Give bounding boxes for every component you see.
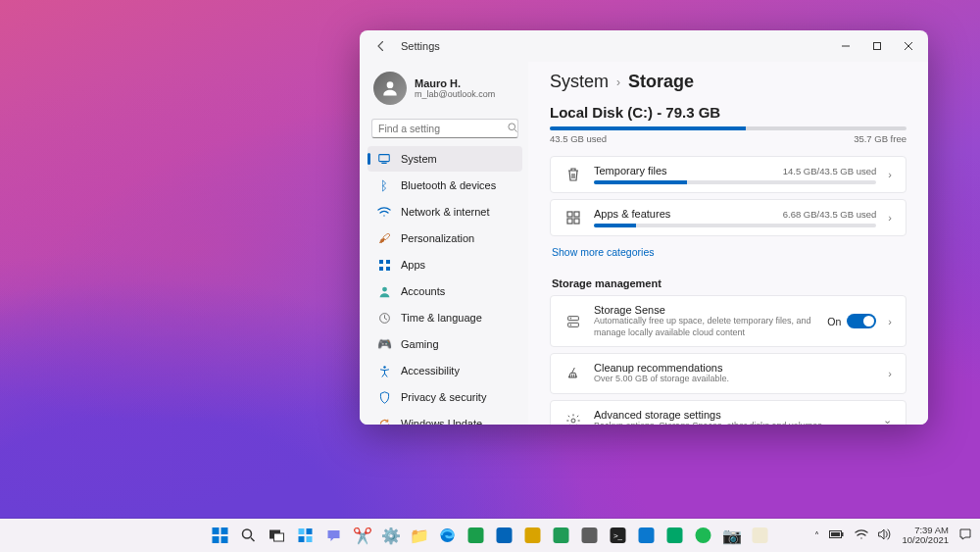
tray-chevron-icon[interactable]: ˄ <box>814 530 819 541</box>
clock[interactable]: 7:39 AM 10/20/2021 <box>902 526 949 546</box>
volume-icon[interactable] <box>878 528 892 542</box>
sidebar-item-gaming[interactable]: 🎮Gaming <box>368 331 522 357</box>
taskbar-center: ✂️ ⚙️ 📁 >_ 📷 <box>208 523 773 548</box>
sidebar-item-time-language[interactable]: Time & language <box>368 305 522 330</box>
svg-rect-8 <box>386 260 390 264</box>
spotify-icon[interactable] <box>691 523 716 548</box>
systray: ˄ 7:39 AM 10/20/2021 <box>814 526 972 546</box>
trash-icon <box>564 167 582 182</box>
disk-free-label: 35.7 GB free <box>854 133 906 144</box>
storage-sense-icon <box>564 314 582 329</box>
app-icon[interactable] <box>464 523 489 548</box>
svg-point-11 <box>382 286 387 291</box>
card-title: Apps & features <box>594 208 670 220</box>
svg-point-22 <box>571 419 575 423</box>
sidebar-item-apps[interactable]: Apps <box>368 252 522 277</box>
terminal-icon[interactable]: >_ <box>606 523 631 548</box>
nav-label: Accessibility <box>401 365 460 376</box>
svg-rect-7 <box>379 260 383 264</box>
clock-date: 10/20/2021 <box>902 535 949 545</box>
apps-icon <box>377 258 391 272</box>
explorer-icon[interactable]: 📁 <box>407 523 432 548</box>
svg-rect-10 <box>386 267 390 271</box>
chat-icon[interactable] <box>321 523 347 548</box>
storage-sense-toggle[interactable] <box>847 314 876 328</box>
app-icon[interactable] <box>520 523 546 548</box>
search-input[interactable] <box>378 123 507 134</box>
snip-icon[interactable]: ✂️ <box>350 523 375 548</box>
window-title: Settings <box>401 40 440 52</box>
nav-label: Gaming <box>401 338 439 350</box>
taskbar: ✂️ ⚙️ 📁 >_ 📷 ˄ 7:39 AM 10/20/2021 <box>0 519 980 552</box>
nav-label: Apps <box>401 259 425 271</box>
svg-rect-38 <box>831 532 840 536</box>
breadcrumb-parent[interactable]: System <box>550 72 609 92</box>
sidebar-item-windows-update[interactable]: Windows Update <box>368 411 522 425</box>
edge-icon[interactable] <box>435 523 461 548</box>
sidebar-item-privacy-security[interactable]: Privacy & security <box>368 384 522 410</box>
broom-icon <box>564 366 582 381</box>
maximize-button[interactable] <box>861 32 893 60</box>
taskview-icon[interactable] <box>265 523 290 548</box>
category-bar <box>594 180 876 184</box>
app-icon[interactable] <box>662 523 688 548</box>
svg-point-2 <box>387 81 394 88</box>
settings-taskbar-icon[interactable]: ⚙️ <box>378 523 404 548</box>
nav-label: Time & language <box>401 312 482 324</box>
sidebar-item-system[interactable]: System <box>368 146 522 172</box>
close-button[interactable] <box>893 32 924 60</box>
shield-icon <box>377 390 391 404</box>
app-icon[interactable] <box>577 523 603 548</box>
profile[interactable]: Mauro H. m_lab@outlook.com <box>368 68 522 115</box>
nav-label: Privacy & security <box>401 391 486 403</box>
person-icon <box>377 284 391 298</box>
svg-rect-34 <box>307 536 313 542</box>
chevron-right-icon: › <box>888 316 892 327</box>
apps-grid-icon <box>564 210 582 226</box>
show-more-link[interactable]: Show more categories <box>552 246 654 258</box>
svg-rect-5 <box>379 155 390 162</box>
card-sub: Backup options, Storage Spaces, other di… <box>594 421 871 425</box>
bluetooth-icon: ᛒ <box>377 178 391 192</box>
sidebar-item-network-internet[interactable]: Network & internet <box>368 199 522 225</box>
storage-category-card[interactable]: Temporary files 14.5 GB/43.5 GB used › <box>550 156 906 193</box>
card-title: Advanced storage settings <box>594 409 871 421</box>
sidebar-item-accounts[interactable]: Accounts <box>368 278 522 304</box>
sidebar-item-accessibility[interactable]: Accessibility <box>368 358 522 383</box>
storage-category-card[interactable]: Apps & features 6.68 GB/43.5 GB used › <box>550 199 906 236</box>
nav-label: System <box>401 153 437 165</box>
battery-icon[interactable] <box>829 529 845 541</box>
svg-rect-9 <box>379 267 383 271</box>
minimize-button[interactable] <box>830 32 861 60</box>
disk-bar <box>550 126 906 130</box>
chevron-right-icon: › <box>888 368 892 379</box>
storage-sense-card[interactable]: Storage Sense Automatically free up spac… <box>550 295 906 347</box>
camera-icon[interactable]: 📷 <box>719 523 745 548</box>
svg-rect-19 <box>568 323 579 326</box>
sidebar-item-bluetooth-devices[interactable]: ᛒBluetooth & devices <box>368 173 522 198</box>
svg-line-28 <box>251 538 255 542</box>
wifi-tray-icon[interactable] <box>855 528 868 542</box>
svg-rect-25 <box>213 536 220 543</box>
app-icon[interactable] <box>634 523 660 548</box>
cleanup-card[interactable]: Cleanup recommendations Over 5.00 GB of … <box>550 353 906 394</box>
widgets-icon[interactable] <box>293 523 318 548</box>
search-box[interactable] <box>371 119 518 138</box>
start-button[interactable] <box>208 523 233 548</box>
update-icon <box>377 417 391 425</box>
window-controls <box>830 32 924 60</box>
card-usage: 6.68 GB/43.5 GB used <box>783 209 877 220</box>
advanced-storage-card[interactable]: Advanced storage settings Backup options… <box>550 400 906 425</box>
app-icon[interactable] <box>748 523 773 548</box>
app-icon[interactable] <box>492 523 517 548</box>
svg-rect-24 <box>221 527 228 534</box>
notifications-icon[interactable] <box>958 527 972 543</box>
search-icon[interactable] <box>236 523 262 548</box>
svg-rect-23 <box>213 527 220 534</box>
app-icon[interactable] <box>549 523 574 548</box>
svg-rect-37 <box>842 532 844 536</box>
avatar <box>373 72 407 105</box>
sidebar-item-personalization[interactable]: 🖌Personalization <box>368 226 522 251</box>
svg-rect-26 <box>221 536 228 543</box>
back-button[interactable] <box>371 36 391 56</box>
